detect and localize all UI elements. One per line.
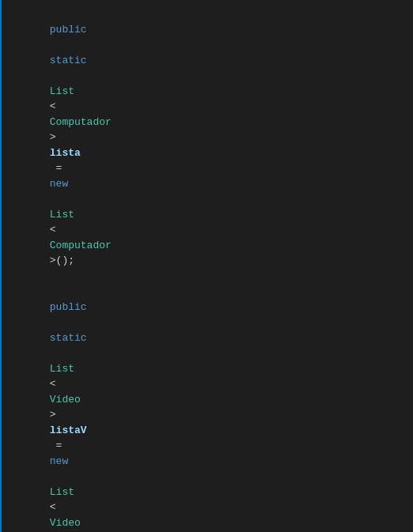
var-lista: lista <box>50 147 81 159</box>
var-listav: listaV <box>50 424 87 436</box>
line-2: public static List < Video > listaV = ne… <box>0 284 413 532</box>
kw-static: static <box>50 55 87 66</box>
type-computador2: Computador <box>50 240 112 251</box>
type-list: List <box>50 85 74 97</box>
type-computador: Computador <box>50 116 112 128</box>
line-1: public static List < Computador > lista … <box>0 6 413 284</box>
active-line-indicator <box>0 0 2 532</box>
type-list2: List <box>50 209 74 221</box>
kw-new: new <box>50 178 68 190</box>
code-editor: public static List < Computador > lista … <box>0 0 413 532</box>
kw-public: public <box>50 24 87 36</box>
